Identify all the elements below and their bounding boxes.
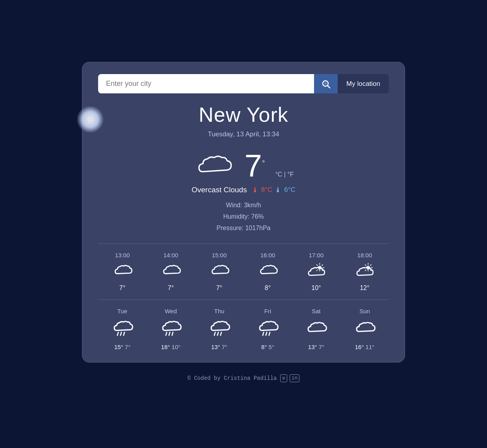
location-button[interactable]: My location bbox=[338, 74, 389, 93]
day-label: Fri bbox=[264, 308, 271, 314]
day-temps: 18° 10° bbox=[161, 344, 181, 350]
current-weather: 7° °C | °F Overcast Clouds 🌡 8°C 🌡 6°C W… bbox=[98, 149, 389, 234]
daily-item: Thu 13° 7° bbox=[195, 308, 244, 350]
daily-icon bbox=[257, 318, 279, 340]
footer-text: © Coded by Cristina Padilla bbox=[188, 375, 277, 381]
day-low: 7° bbox=[319, 344, 324, 350]
weather-details: Wind: 3km/h Humidity: 76% Pressure: 1017… bbox=[217, 200, 271, 234]
hourly-icon bbox=[258, 262, 278, 281]
search-input[interactable] bbox=[98, 74, 314, 93]
hour-label: 16:00 bbox=[260, 252, 275, 258]
hourly-item: 15:00 7° bbox=[195, 252, 244, 292]
svg-line-18 bbox=[370, 264, 371, 265]
hourly-item: 16:00 8° bbox=[244, 252, 292, 292]
svg-line-28 bbox=[217, 332, 218, 335]
daily-section: Tue 15° 7° Wed 18° 10° Thu bbox=[98, 308, 389, 350]
day-temps: 16° 11° bbox=[355, 344, 375, 350]
hourly-icon bbox=[161, 262, 181, 281]
svg-point-2 bbox=[324, 82, 327, 85]
daily-item: Sun 16° 11° bbox=[340, 308, 389, 350]
search-icon bbox=[321, 79, 331, 89]
weather-desc-row: Overcast Clouds 🌡 8°C 🌡 6°C bbox=[191, 186, 296, 194]
footer: © Coded by Cristina Padilla ⊙ in bbox=[188, 370, 300, 386]
day-high: 13° bbox=[308, 344, 317, 350]
hour-label: 18:00 bbox=[357, 252, 372, 258]
svg-line-31 bbox=[266, 332, 267, 335]
day-temps: 15° 7° bbox=[114, 344, 130, 350]
current-weather-main: 7° °C | °F bbox=[193, 149, 294, 182]
day-high: 15° bbox=[114, 344, 123, 350]
hour-temp: 12° bbox=[360, 284, 369, 292]
temp-high: 8°C bbox=[261, 186, 273, 194]
weather-app: My location New York Tuesday, 13 April, … bbox=[82, 62, 405, 362]
hourly-item: 18:00 12° bbox=[340, 252, 389, 292]
day-low: 7° bbox=[125, 344, 130, 350]
daily-icon bbox=[208, 318, 230, 340]
hourly-section: 13:00 7° 14:00 7° 15:00 7° 16:00 8° 17:0… bbox=[98, 252, 389, 292]
day-label: Sun bbox=[359, 308, 370, 314]
svg-line-17 bbox=[365, 264, 366, 265]
day-temps: 8° 5° bbox=[261, 344, 274, 350]
hour-label: 14:00 bbox=[164, 252, 178, 258]
main-weather-icon bbox=[193, 149, 232, 182]
day-label: Tue bbox=[117, 308, 127, 314]
wind-info: Wind: 3km/h bbox=[217, 200, 271, 211]
svg-line-9 bbox=[322, 264, 322, 265]
linkedin-icon[interactable]: in bbox=[290, 374, 300, 382]
svg-line-27 bbox=[214, 332, 215, 335]
temp-section: 7° °C | °F bbox=[244, 150, 294, 182]
hourly-icon bbox=[307, 262, 326, 281]
day-high: 13° bbox=[211, 344, 220, 350]
day-low: 7° bbox=[222, 344, 227, 350]
hour-temp: 7° bbox=[168, 284, 174, 292]
day-temps: 13° 7° bbox=[308, 344, 324, 350]
svg-line-10 bbox=[316, 270, 317, 271]
daily-item: Tue 15° 7° bbox=[98, 308, 147, 350]
divider-2 bbox=[98, 299, 389, 300]
datetime: Tuesday, 13 April, 13:34 bbox=[98, 130, 389, 138]
hour-temp: 8° bbox=[265, 284, 271, 292]
hourly-icon bbox=[210, 262, 229, 281]
high-low: 🌡 8°C 🌡 6°C bbox=[252, 186, 296, 194]
city-section: New York bbox=[98, 103, 389, 126]
search-button[interactable] bbox=[314, 74, 338, 93]
day-label: Sat bbox=[312, 308, 321, 314]
divider-1 bbox=[98, 244, 389, 244]
hour-temp: 7° bbox=[119, 284, 125, 292]
day-label: Thu bbox=[214, 308, 225, 314]
hourly-item: 13:00 7° bbox=[98, 252, 147, 292]
hour-label: 17:00 bbox=[309, 252, 324, 258]
daily-item: Wed 18° 10° bbox=[147, 308, 195, 350]
unit-toggle[interactable]: °C | °F bbox=[275, 171, 294, 178]
hour-label: 13:00 bbox=[115, 252, 130, 258]
svg-line-22 bbox=[121, 332, 121, 335]
daily-icon bbox=[160, 318, 182, 340]
hourly-icon bbox=[355, 262, 375, 281]
thermometer-high-icon: 🌡 bbox=[252, 186, 259, 194]
hourly-item: 17:00 10° bbox=[292, 252, 340, 292]
footer-icons: ⊙ in bbox=[280, 374, 299, 382]
svg-line-1 bbox=[328, 86, 330, 88]
day-low: 11° bbox=[366, 344, 375, 350]
daily-icon bbox=[354, 318, 375, 340]
temp-low: 6°C bbox=[284, 186, 296, 194]
day-low: 10° bbox=[172, 344, 181, 350]
svg-line-29 bbox=[221, 332, 221, 335]
day-high: 16° bbox=[355, 344, 364, 350]
day-label: Wed bbox=[165, 308, 177, 314]
svg-line-24 bbox=[166, 332, 167, 335]
svg-line-26 bbox=[172, 332, 173, 335]
current-temp: 7° bbox=[244, 148, 273, 183]
hour-label: 15:00 bbox=[212, 252, 227, 258]
svg-line-25 bbox=[169, 332, 170, 335]
city-name: New York bbox=[98, 103, 389, 126]
svg-line-21 bbox=[117, 332, 118, 335]
github-icon[interactable]: ⊙ bbox=[280, 374, 287, 382]
hourly-item: 14:00 7° bbox=[147, 252, 195, 292]
search-bar: My location bbox=[98, 74, 389, 93]
pressure-info: Pressure: 1017hPa bbox=[217, 223, 271, 234]
daily-icon bbox=[305, 318, 327, 340]
day-high: 18° bbox=[161, 344, 170, 350]
day-high: 8° bbox=[261, 344, 267, 350]
svg-line-8 bbox=[316, 264, 317, 265]
